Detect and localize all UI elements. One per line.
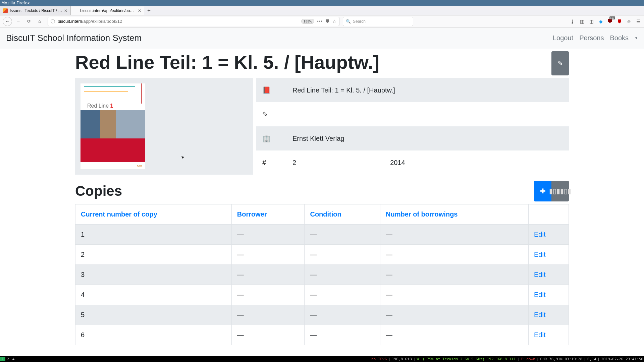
table-row: 6———Edit	[75, 325, 569, 345]
edit-book-button[interactable]: ✎	[551, 51, 569, 75]
cell-borrowings: —	[380, 225, 529, 245]
sidebar-icon[interactable]: ◫	[588, 19, 594, 24]
status-net: no IPv6	[371, 357, 387, 361]
cell-borrowings: —	[380, 265, 529, 285]
cell-condition: —	[305, 225, 380, 245]
building-icon: 🏢	[262, 134, 272, 142]
table-row: 2———Edit	[75, 245, 569, 265]
status-eth-label: E:	[520, 357, 526, 361]
edit-link[interactable]: Edit	[534, 231, 545, 238]
ublock-icon[interactable]: ⛊117	[607, 18, 613, 24]
extension-icon-blue[interactable]: ◆	[598, 19, 604, 24]
copies-button-group: ✚ ▮▯▮▮▯▮	[534, 181, 569, 201]
workspace-switcher[interactable]: 1 2 4	[0, 357, 16, 361]
extension-icon-red[interactable]: ⛊	[616, 19, 623, 24]
cell-action: Edit	[529, 225, 569, 245]
chevron-down-icon[interactable]: ▼	[635, 36, 638, 40]
home-button[interactable]: ⌂	[35, 17, 44, 26]
book-cover-cell: Red Line 1 Klett	[75, 78, 253, 175]
copies-heading: Copies	[75, 183, 122, 199]
tab-gitlab[interactable]: Issues · Teckids / BiscuIT / … ✕	[0, 6, 70, 15]
close-icon[interactable]: ✕	[64, 8, 67, 13]
library-icon[interactable]: ▥	[579, 19, 585, 24]
pencil-icon: ✎	[262, 110, 272, 118]
status-mem: 196,8 GiB	[391, 357, 413, 361]
meta-title-value: Red Line Teil: 1 = Kl. 5. / [Hauptw.]	[292, 86, 395, 94]
account-icon[interactable]: ☺	[626, 19, 632, 24]
page-actions-icon[interactable]: •••	[317, 19, 323, 24]
cell-action: Edit	[529, 285, 569, 305]
cell-borrower: —	[231, 245, 305, 265]
nav-books[interactable]: Books	[610, 34, 629, 42]
barcode-button[interactable]: ▮▯▮▮▯▮	[551, 181, 569, 201]
workspace-1[interactable]: 1	[0, 357, 5, 361]
cell-borrower: —	[231, 265, 305, 285]
tab-biscuit[interactable]: biscuit.intern/app/exlibris/boo… ✕	[70, 6, 144, 15]
status-date: 2019-07-26 23:41:50	[600, 357, 644, 361]
meta-edition-value: 2	[292, 159, 296, 167]
cell-copy: 5	[75, 305, 232, 325]
workspace-4[interactable]: 4	[11, 357, 16, 361]
new-tab-button[interactable]: ＋	[144, 6, 154, 15]
book-meta-table: 📕 Red Line Teil: 1 = Kl. 5. / [Hauptw.] …	[256, 78, 569, 175]
app-nav-right: Logout Persons Books ▼	[553, 34, 638, 42]
table-row: 3———Edit	[75, 265, 569, 285]
cell-borrower: —	[231, 325, 305, 345]
pencil-icon: ✎	[558, 60, 563, 67]
book-cover: Red Line 1 Klett	[80, 83, 145, 169]
table-row: 5———Edit	[75, 305, 569, 325]
info-icon[interactable]: ⓘ	[51, 18, 55, 24]
forward-button[interactable]: →	[13, 17, 23, 26]
table-row: 1———Edit	[75, 225, 569, 245]
meta-row-edition: # 2 2014	[256, 150, 569, 175]
hash-icon: #	[262, 159, 272, 167]
globe-icon	[73, 8, 78, 13]
barcode-icon: ▮▯▮▮▯▮	[549, 187, 571, 195]
nav-logout[interactable]: Logout	[553, 34, 573, 42]
cell-copy: 3	[75, 265, 232, 285]
cell-borrower: —	[231, 225, 305, 245]
cell-borrowings: —	[380, 245, 529, 265]
statusbar: 1 2 4 no IPv6| 196,8 GiB| W: ( 75% at Te…	[0, 356, 644, 362]
th-borrowings[interactable]: Number of borrowings	[380, 204, 529, 225]
search-bar[interactable]: 🔍 Search	[343, 17, 413, 26]
meta-row-publisher: 🏢 Ernst Klett Verlag	[256, 126, 569, 150]
wm-titlebar: Mozilla Firefox	[0, 0, 644, 6]
edit-link[interactable]: Edit	[534, 311, 545, 318]
status-chr: CHR 76,91% 03:19:28	[540, 357, 583, 361]
th-borrower[interactable]: Borrower	[231, 204, 305, 225]
nav-persons[interactable]: Persons	[579, 34, 604, 42]
back-button[interactable]: ←	[3, 17, 12, 26]
publisher-logo: Klett	[137, 164, 142, 167]
reload-button[interactable]: ⟳	[24, 17, 34, 26]
url-bar[interactable]: ⓘ biscuit.intern/app/exlibris/book/12 13…	[48, 17, 339, 26]
th-copy[interactable]: Current number of copy	[75, 204, 232, 225]
cell-condition: —	[305, 325, 380, 345]
cell-action: Edit	[529, 265, 569, 285]
downloads-icon[interactable]: ⭳	[570, 19, 576, 24]
cell-action: Edit	[529, 325, 569, 345]
close-icon[interactable]: ✕	[138, 8, 141, 13]
page-title: Red Line Teil: 1 = Kl. 5. / [Hauptw.]	[75, 51, 379, 73]
browser-chrome: Issues · Teckids / BiscuIT / … ✕ biscuit…	[0, 6, 644, 27]
app-brand[interactable]: BiscuIT School Information System	[6, 33, 142, 43]
workspace-2[interactable]: 2	[5, 357, 11, 361]
bookmark-star-icon[interactable]: ☆	[332, 19, 336, 24]
shield-icon[interactable]: ⛊	[325, 19, 330, 24]
hamburger-icon[interactable]: ☰	[635, 19, 641, 24]
edit-link[interactable]: Edit	[534, 331, 545, 339]
cell-borrowings: —	[380, 285, 529, 305]
book-icon: 📕	[262, 86, 272, 94]
edit-link[interactable]: Edit	[534, 251, 545, 258]
zoom-badge[interactable]: 133%	[301, 19, 315, 24]
status-wifi: ( 75% at Teckids 2 Go 5 GHz) 192.168.8.1…	[422, 357, 516, 361]
meta-row-author: ✎	[256, 102, 569, 126]
edit-link[interactable]: Edit	[534, 291, 545, 298]
cell-borrower: —	[231, 285, 305, 305]
content-container: Red Line Teil: 1 = Kl. 5. / [Hauptw.] ✎ …	[74, 49, 570, 345]
edit-link[interactable]: Edit	[534, 271, 545, 278]
tab-strip: Issues · Teckids / BiscuIT / … ✕ biscuit…	[0, 6, 644, 15]
cell-copy: 6	[75, 325, 232, 345]
th-condition[interactable]: Condition	[305, 204, 380, 225]
page-viewport: BiscuIT School Information System Logout…	[0, 27, 644, 356]
